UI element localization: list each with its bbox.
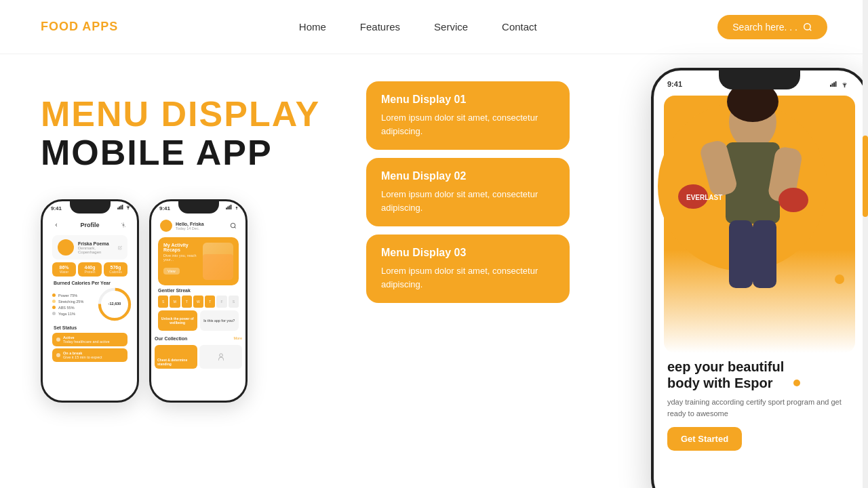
svg-rect-27 xyxy=(753,220,776,288)
search-icon xyxy=(803,22,812,32)
status-active: Active Today healthcare and active xyxy=(52,333,127,346)
svg-line-1 xyxy=(810,28,812,30)
collection-text-1: Chest & determine standing xyxy=(157,358,195,366)
bar-dot-abs xyxy=(52,306,56,309)
p2-collection: Our Collection More Chest & determine st… xyxy=(155,333,242,369)
svg-text:-12,630: -12,630 xyxy=(108,302,121,306)
collection-card-2 xyxy=(199,345,242,369)
phones-container: 9:41 Profile Fri xyxy=(41,199,366,403)
p1-chart-title: Burned Calories Per Year xyxy=(54,281,126,285)
p2-card-btn[interactable]: View xyxy=(163,268,180,274)
menu-card-1: Menu Display 01 Lorem ipsum dolor sit am… xyxy=(366,81,570,150)
hero-title-black: MOBILE APP xyxy=(41,134,366,172)
p1-bars: Power 75% Stretching 25% ABS 55% xyxy=(52,293,95,316)
menu-cards: Menu Display 01 Lorem ipsum dolor sit am… xyxy=(366,81,570,303)
back-icon xyxy=(54,222,59,228)
bar-label-stretching: Stretching 25% xyxy=(58,300,92,304)
edit-icon xyxy=(118,245,122,250)
menu-card-2-title: Menu Display 02 xyxy=(381,170,555,182)
bp-cta-button[interactable]: Get Started xyxy=(667,427,742,451)
status-dot-active xyxy=(56,338,60,342)
stat-calories-val: 576g xyxy=(106,265,125,270)
p2-collection-header: Our Collection More xyxy=(155,333,242,343)
left-section: MENU DISPLAY MOBILE APP 9:41 Profile xyxy=(41,81,366,488)
collection-grid: Chest & determine standing xyxy=(155,345,242,369)
fitness-svg: EVERLAST xyxy=(644,68,834,420)
orange-dot-1 xyxy=(835,274,844,284)
search-icon-2 xyxy=(230,222,237,229)
p1-profile-title: Profile xyxy=(59,222,121,228)
wellness-card-1: Unlock the power of wellbeing xyxy=(158,310,197,331)
stat-water: 86% Water xyxy=(52,262,76,277)
signal-icon xyxy=(117,205,123,209)
p1-status-section: Active Today healthcare and active On a … xyxy=(52,333,127,362)
phone-1-icons xyxy=(117,205,132,209)
status-break: On a break Give it 15 min to expect xyxy=(52,348,127,362)
p2-days: S M T W T F S xyxy=(158,296,239,308)
day-f: F xyxy=(216,296,226,308)
nav-features[interactable]: Features xyxy=(360,21,400,33)
menu-card-3-text: Lorem ipsum dolor sit amet, consectetur … xyxy=(381,264,555,291)
stat-protein-val: 440g xyxy=(80,265,100,270)
svg-point-16 xyxy=(231,224,235,228)
svg-point-25 xyxy=(778,188,808,212)
svg-point-7 xyxy=(123,224,124,226)
nav-contact[interactable]: Contact xyxy=(502,21,537,33)
svg-point-0 xyxy=(804,23,810,29)
stat-water-val: 86% xyxy=(54,265,74,270)
svg-text:EVERLAST: EVERLAST xyxy=(686,194,722,201)
svg-rect-26 xyxy=(729,220,753,288)
search-button[interactable]: Search here. . . xyxy=(717,15,827,39)
avatar xyxy=(58,239,74,256)
nav-service[interactable]: Service xyxy=(434,21,468,33)
stat-calories: 576g Calories xyxy=(104,262,127,277)
p1-chart-area: Power 75% Stretching 25% ABS 55% xyxy=(52,287,127,321)
right-section: Menu Display 01 Lorem ipsum dolor sit am… xyxy=(366,81,827,488)
p2-collection-more[interactable]: More xyxy=(233,336,242,340)
phone-2-time: 9:41 xyxy=(159,205,170,211)
day-s2: S xyxy=(229,296,239,308)
day-t1: T xyxy=(182,296,192,308)
bar-row-abs: ABS 55% xyxy=(52,306,95,310)
p1-status-title: Set Status xyxy=(54,325,126,330)
p2-streak-title: Gentler Streak xyxy=(158,288,239,293)
day-s1: S xyxy=(158,296,168,308)
scrollbar[interactable] xyxy=(863,0,868,488)
stat-protein: 440g Protein xyxy=(78,262,102,277)
nav-home[interactable]: Home xyxy=(299,21,326,33)
big-phone-notch xyxy=(719,70,800,89)
p2-date: Today 14 Dec. xyxy=(176,226,204,230)
p2-header: Hello, Friska Today 14 Dec. xyxy=(155,216,242,235)
wellness-card-2: Is this app for you? xyxy=(200,310,239,331)
big-phone-wrap: EVERLAST 9:41 xyxy=(651,68,868,488)
p1-stats: 86% Water 440g Protein 576g Calories xyxy=(52,262,127,277)
p2-collection-title: Our Collection xyxy=(155,336,187,341)
svg-rect-11 xyxy=(226,208,227,210)
main-content: MENU DISPLAY MOBILE APP 9:41 Profile xyxy=(0,54,868,488)
svg-line-17 xyxy=(235,227,236,228)
bar-dot-yoga xyxy=(52,312,56,315)
settings-icon xyxy=(121,222,126,228)
bar-row-stretching: Stretching 25% xyxy=(52,300,95,304)
wifi-icon xyxy=(125,205,132,209)
menu-card-3: Menu Display 03 Lorem ipsum dolor sit am… xyxy=(366,235,570,303)
phone-1-time: 9:41 xyxy=(51,205,62,211)
p2-avatar xyxy=(160,220,172,232)
wifi-icon-bp xyxy=(840,81,849,87)
phone-1-content: Profile Friska Poema Denmark, Copenhagen xyxy=(43,218,137,362)
p2-card-title: My Activity Recaps xyxy=(163,243,199,252)
collection-card-1: Chest & determine standing xyxy=(155,345,197,369)
p2-card-text: My Activity Recaps Dive into you, reach … xyxy=(163,243,199,280)
scrollbar-thumb[interactable] xyxy=(863,136,868,217)
stat-protein-lbl: Protein xyxy=(80,270,100,274)
brand-logo: FOOD APPS xyxy=(41,20,118,34)
day-t2: T xyxy=(205,296,215,308)
wellness-cards: Unlock the power of wellbeing Is this ap… xyxy=(158,310,239,331)
p2-card-desc: Dive into you, reach your... xyxy=(163,253,199,262)
svg-rect-2 xyxy=(117,208,119,210)
svg-rect-32 xyxy=(835,81,837,87)
signal-icon-2 xyxy=(226,205,232,209)
status-dot-break xyxy=(56,353,60,357)
phone-2-icons xyxy=(226,205,240,209)
svg-rect-5 xyxy=(122,205,123,209)
